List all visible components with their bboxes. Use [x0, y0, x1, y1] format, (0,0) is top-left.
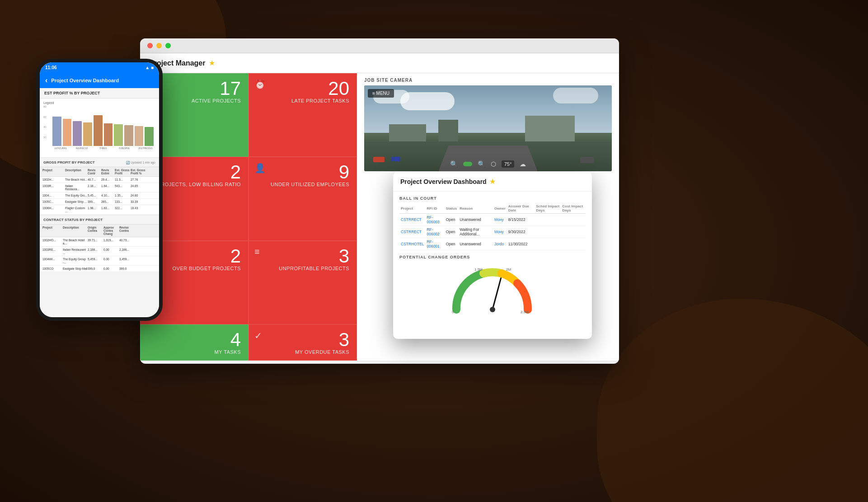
tile-unprofitable-label: UNPROFITABLE PROJECTS	[256, 266, 349, 271]
camera-label: JOB SITE CAMERA	[364, 78, 612, 83]
bar-7	[114, 124, 123, 146]
panel-star-icon[interactable]: ★	[489, 177, 496, 186]
zoom-out-icon[interactable]: 🔍	[450, 160, 458, 168]
tile-underutilized[interactable]: 👤 9 UNDER UTILIZED EMPLOYEES	[249, 157, 357, 240]
panel-title: Project Overview Dashboard	[400, 178, 487, 185]
browser-titlebar	[140, 38, 619, 53]
gross-profit-title: GROSS PROFIT BY PROJECT	[43, 160, 95, 164]
browser-star-icon[interactable]: ★	[209, 59, 215, 67]
gauge-container: 0 2.9M 1.5M 2M 1.94M	[399, 262, 586, 316]
phone-time: 11:06	[45, 65, 57, 70]
svg-line-0	[493, 278, 501, 310]
tile-underutilized-label: UNDER UTILIZED EMPLOYEES	[256, 182, 349, 187]
gauge-chart: 0 2.9M 1.5M 2M 1.94M	[447, 264, 538, 314]
bic-table-body: CSTRRЕСТ RF-006003 Open Unanswered Mону …	[399, 214, 586, 250]
svg-text:1.5M: 1.5M	[474, 267, 483, 272]
table-row: 1006H...Flagler Custom ...1.98...1.63...…	[40, 205, 159, 215]
tile-late-tasks-label: LATE PROJECT TASKS	[256, 98, 349, 103]
bar-3	[73, 121, 82, 146]
camera-menu-button[interactable]: ≡ MENU	[368, 89, 394, 98]
svg-text:2.9M: 2.9M	[521, 310, 529, 314]
camera-view: ≡ MENU 🔍 🔍 ⬡ 75° ☁	[364, 85, 612, 171]
bar-chart	[51, 105, 155, 146]
phone-nav-bar: ‹ Project Overview Dashboard	[40, 73, 159, 88]
bar-8	[124, 125, 133, 146]
tile-check-icon: ✓	[254, 330, 262, 341]
bar-5	[94, 115, 103, 146]
tile-unprofitable-number: 3	[256, 247, 349, 266]
contract-row: 1005COEastgate Strip Mall399.00.00399.0	[40, 266, 159, 272]
camera-toggle[interactable]	[463, 162, 472, 166]
bar-4	[83, 122, 92, 146]
contract-status-table: Project Description Origin Contra Approv…	[40, 225, 159, 272]
weather-icon[interactable]: ☁	[520, 160, 526, 168]
svg-point-1	[490, 307, 495, 312]
back-arrow-icon[interactable]: ‹	[45, 76, 47, 84]
tile-unprofitable[interactable]: ≡ 3 UNPROFITABLE PROJECTS	[249, 241, 357, 324]
bic-label: BALL IN COURT	[399, 196, 586, 201]
tile-list2-icon: ≡	[254, 247, 260, 257]
table-row: 1005C...Eastgate Strip ...399...265...13…	[40, 199, 159, 205]
tile-overdue-tasks[interactable]: ✓ 3 MY OVERDUE TASKS	[249, 324, 357, 361]
zoom-in-icon[interactable]: 🔍	[478, 160, 485, 168]
phone-icons: ▲ ■	[145, 65, 154, 70]
tile-underutilized-number: 9	[256, 163, 349, 182]
camera-section: JOB SITE CAMERA	[357, 73, 619, 174]
chart-legend: Legend	[43, 101, 155, 104]
phone-content: EST PROFIT % BY PROJECT Legend 80604020	[40, 88, 159, 316]
bic-row: CSTRRЕСТ RF-006002 Open Waiting For Addi…	[399, 226, 586, 238]
bic-table: Project RFI ID Status Reason Owner Answe…	[399, 203, 586, 250]
contract-status-title: CONTRACT STATUS BY PROJECT	[43, 218, 103, 222]
bic-row: CSTRHОTEL RF-006001 Open Unanswered Jord…	[399, 238, 586, 250]
svg-text:0: 0	[452, 310, 454, 314]
bg-blob-br	[597, 299, 868, 502]
contract-table-header: Project Description Origin Contra Approv…	[40, 225, 159, 237]
y-axis: 80604020	[43, 105, 47, 146]
table-row: 1003R...Italian Restaura...2.18...1.64..…	[40, 183, 159, 192]
tile-my-tasks-number: 4	[148, 330, 241, 349]
svg-text:2M: 2M	[506, 267, 511, 272]
contract-row: 1004WI...The Equity Group -...5,459...0.…	[40, 256, 159, 266]
panel-header: Project Overview Dashboard ★	[393, 172, 592, 192]
contract-row: 1002HO...The Beach Hotel a...39.71...1,0…	[40, 237, 159, 247]
panel-content: BALL IN COURT Project RFI ID Status Reas…	[393, 192, 592, 321]
contract-row: 1003RE...Italian Restaurant ...2,186...0…	[40, 247, 159, 256]
pco-label: POTENTIAL CHANGE ORDERS	[399, 255, 586, 259]
camera-controls: 🔍 🔍 ⬡ 75° ☁	[364, 160, 612, 168]
bar-9	[135, 126, 144, 146]
temperature-display: 75°	[502, 160, 515, 168]
gross-profit-header: GROSS PROFIT BY PROJECT 🔄 Updated 1 min …	[40, 157, 159, 167]
bar-chart-area: Legend 80604020	[40, 99, 159, 157]
tile-person2-icon: 👤	[254, 163, 266, 174]
share-icon[interactable]: ⬡	[491, 160, 496, 168]
table-row: 1002H...The Beach Hot...40.7...29.4...11…	[40, 177, 159, 183]
tile-clock-icon: ⏰	[254, 79, 266, 90]
tile-late-tasks[interactable]: ⏰ 20 LATE PROJECT TASKS	[249, 73, 357, 157]
gross-profit-table: Project Description Revis Contr Revis Es…	[40, 167, 159, 215]
bic-table-header-row: Project RFI ID Status Reason Owner Answe…	[399, 203, 586, 214]
table-row: 1004...The Equity Gro...5.45...4.10...1.…	[40, 192, 159, 199]
tile-overdue-tasks-number: 3	[256, 330, 349, 349]
bic-row: CSTRRЕСТ RF-006003 Open Unanswered Mону …	[399, 214, 586, 226]
close-dot[interactable]	[147, 43, 153, 48]
bar-10	[145, 127, 154, 146]
maximize-dot[interactable]	[165, 43, 171, 48]
tile-overdue-tasks-label: MY OVERDUE TASKS	[256, 349, 349, 355]
phone-status-bar: 11:06 ▲ ■	[40, 62, 159, 73]
minimize-dot[interactable]	[156, 43, 162, 48]
tile-my-tasks-label: MY TASKS	[148, 349, 241, 355]
bar-6	[104, 123, 113, 146]
gross-profit-table-header: Project Description Revis Contr Revis Es…	[40, 167, 159, 177]
camera-background	[364, 85, 612, 171]
mobile-phone: 11:06 ▲ ■ ‹ Project Overview Dashboard E…	[36, 59, 163, 321]
gross-profit-updated: 🔄 Updated 1 min ago	[126, 161, 155, 164]
chart-section-title: EST PROFIT % BY PROJECT	[40, 88, 159, 99]
dashboard-tiles: ☰ 17 ACTIVE PROJECTS ⏰ 20 LATE PROJECT T…	[140, 73, 357, 361]
tile-my-tasks[interactable]: 4 MY TASKS	[140, 324, 249, 361]
project-overview-panel: Project Overview Dashboard ★ BALL IN COU…	[393, 172, 592, 339]
bar-1	[52, 117, 61, 146]
contract-status-header: CONTRACT STATUS BY PROJECT	[40, 215, 159, 225]
browser-header: Project Manager ★	[140, 53, 619, 73]
bar-2	[63, 119, 72, 146]
tile-late-tasks-number: 20	[256, 79, 349, 98]
